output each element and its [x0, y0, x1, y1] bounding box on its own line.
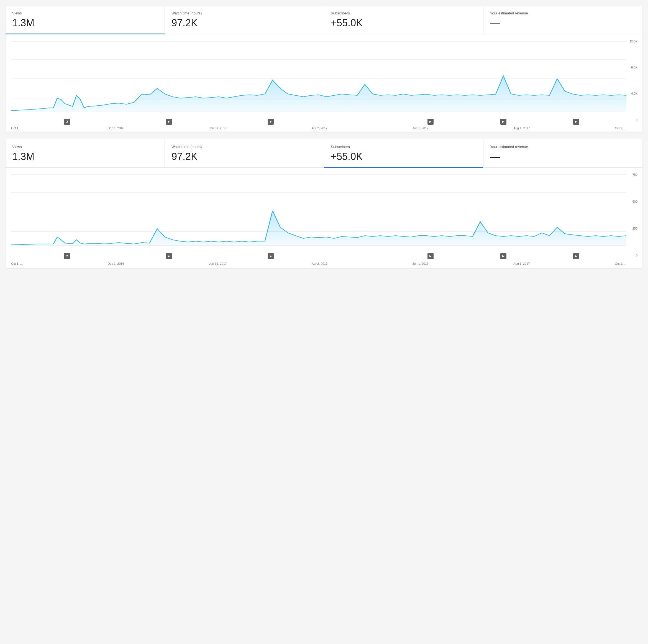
event-marker-play-2e[interactable]: ▶ — [573, 253, 579, 259]
x-label-2-4: Jun 1, 2017 — [413, 262, 429, 265]
x-label-2-5: Aug 1, 2017 — [514, 262, 530, 265]
stats-row-2: Views 1.3M Watch time (hours) 97.2K Subs… — [6, 139, 642, 168]
stat-value-subscribers-1: +55.0K — [331, 17, 477, 29]
x-label-2-1: Dec 1, 2016 — [107, 262, 124, 265]
stat-value-revenue-1: — — [490, 17, 636, 29]
stat-value-views-1: 1.3M — [12, 17, 158, 29]
x-label-1-0: Oct 1, ... — [11, 127, 23, 130]
x-label-1-1: Dec 1, 2016 — [107, 127, 124, 130]
stat-label-subscribers-1: Subscribers — [331, 11, 477, 15]
x-label-2-2: Jan 31, 2017 — [209, 262, 227, 265]
event-marker-2-1[interactable]: 2 — [64, 119, 70, 125]
chart-svg-2 — [11, 173, 627, 251]
analytics-card-2: Views 1.3M Watch time (hours) 97.2K Subs… — [6, 139, 642, 268]
stat-watchtime-1[interactable]: Watch time (hours) 97.2K — [165, 6, 324, 34]
stat-value-subscribers-2: +55.0K — [331, 151, 477, 162]
event-marker-play-1a[interactable]: ▶ — [166, 119, 172, 125]
stat-revenue-1[interactable]: Your estimated revenue — — [483, 6, 642, 34]
analytics-card-1: Views 1.3M Watch time (hours) 97.2K Subs… — [6, 6, 642, 133]
chart-svg-1 — [11, 40, 627, 117]
event-marker-play-1d[interactable]: ▶ — [500, 119, 506, 125]
event-markers-1: 2 ▶ ▶ ▶ ▶ ▶ — [11, 119, 627, 125]
y-axis-labels-1: 12.0K 8.0K 4.0K 0 — [627, 40, 640, 130]
chart-svg-container-1: 2 ▶ ▶ ▶ ▶ ▶ Oct 1, ... Dec 1, 2016 — [11, 40, 627, 130]
x-axis-labels-1: Oct 1, ... Dec 1, 2016 Jan 31, 2017 Apr … — [11, 125, 627, 130]
event-marker-play-2b[interactable]: ▶ — [268, 253, 274, 259]
stat-value-revenue-2: — — [490, 151, 636, 162]
x-label-1-6: Oct 1, ... — [615, 127, 627, 130]
x-label-1-5: Aug 1, 2017 — [514, 127, 530, 130]
event-marker-play-1c[interactable]: ▶ — [428, 119, 434, 125]
event-marker-2-2[interactable]: 2 — [64, 253, 70, 259]
y-label-1-1: 8.0K — [627, 66, 638, 69]
chart-area-1: 2 ▶ ▶ ▶ ▶ ▶ Oct 1, ... Dec 1, 2016 — [6, 34, 642, 133]
stat-label-watchtime-1: Watch time (hours) — [171, 11, 317, 15]
y-label-1-2: 4.0K — [627, 92, 638, 95]
chart-area-2: 2 ▶ ▶ ▶ ▶ ▶ Oct 1, ... Dec 1, 2016 — [6, 168, 642, 268]
y-axis-labels-2: 750 500 250 0 — [627, 173, 640, 265]
stats-row-1: Views 1.3M Watch time (hours) 97.2K Subs… — [6, 6, 642, 34]
x-label-1-3: Apr 2, 2017 — [312, 127, 327, 130]
y-label-2-0: 750 — [627, 173, 638, 176]
x-label-2-0: Oct 1, ... — [11, 262, 23, 265]
x-label-1-2: Jan 31, 2017 — [209, 127, 227, 130]
stat-views-1[interactable]: Views 1.3M — [6, 6, 165, 34]
stat-label-views-1: Views — [12, 11, 158, 15]
stat-label-views-2: Views — [12, 145, 158, 149]
stat-subscribers-1[interactable]: Subscribers +55.0K — [324, 6, 483, 34]
stat-label-watchtime-2: Watch time (hours) — [171, 145, 317, 149]
chart-svg-container-2: 2 ▶ ▶ ▶ ▶ ▶ Oct 1, ... Dec 1, 2016 — [11, 173, 627, 265]
y-label-2-1: 500 — [627, 200, 638, 203]
stat-value-watchtime-1: 97.2K — [171, 17, 317, 29]
stat-views-2[interactable]: Views 1.3M — [6, 139, 165, 168]
stat-value-watchtime-2: 97.2K — [171, 151, 317, 162]
stat-label-revenue-1: Your estimated revenue — [490, 11, 636, 15]
stat-subscribers-2[interactable]: Subscribers +55.0K — [324, 139, 483, 168]
event-marker-play-2a[interactable]: ▶ — [166, 253, 172, 259]
x-label-2-6: Oct 1, ... — [615, 262, 627, 265]
stat-revenue-2[interactable]: Your estimated revenue — — [483, 139, 642, 168]
event-markers-2: 2 ▶ ▶ ▶ ▶ ▶ — [11, 252, 627, 260]
x-axis-labels-2: Oct 1, ... Dec 1, 2016 Jan 31, 2017 Apr … — [11, 260, 627, 265]
x-label-2-3: Apr 2, 2017 — [312, 262, 327, 265]
y-label-2-3: 0 — [627, 254, 638, 257]
stat-label-subscribers-2: Subscribers — [331, 145, 477, 149]
event-marker-play-1b[interactable]: ▶ — [268, 119, 274, 125]
event-marker-play-1e[interactable]: ▶ — [573, 119, 579, 125]
y-label-1-0: 12.0K — [627, 40, 638, 43]
stat-label-revenue-2: Your estimated revenue — [490, 145, 636, 149]
chart-wrapper-1: 2 ▶ ▶ ▶ ▶ ▶ Oct 1, ... Dec 1, 2016 — [11, 40, 640, 130]
y-label-1-3: 0 — [627, 118, 638, 121]
chart-wrapper-2: 2 ▶ ▶ ▶ ▶ ▶ Oct 1, ... Dec 1, 2016 — [11, 173, 640, 265]
event-marker-play-2d[interactable]: ▶ — [500, 253, 506, 259]
event-marker-play-2c[interactable]: ▶ — [428, 253, 434, 259]
x-label-1-4: Jun 1, 2017 — [413, 127, 429, 130]
stat-watchtime-2[interactable]: Watch time (hours) 97.2K — [165, 139, 324, 168]
stat-value-views-2: 1.3M — [12, 151, 158, 162]
y-label-2-2: 250 — [627, 227, 638, 230]
